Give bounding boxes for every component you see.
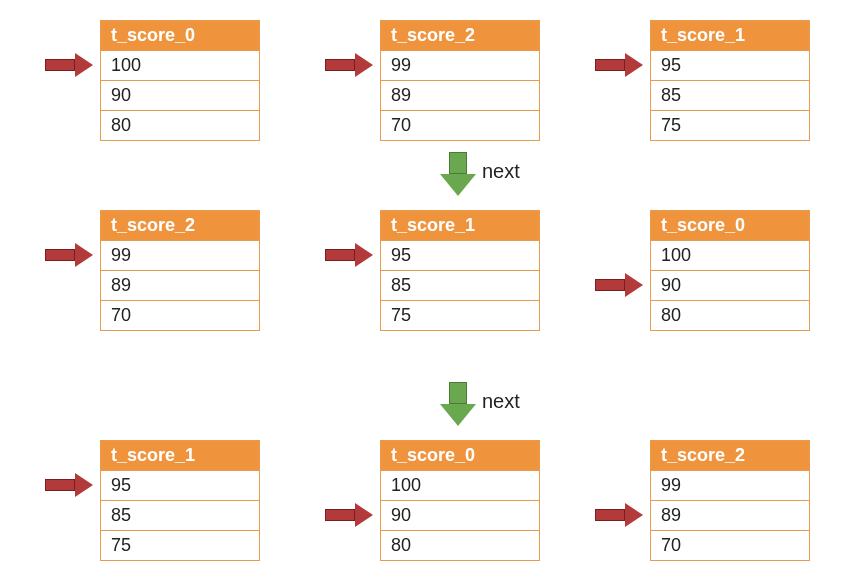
table-cell: 85 — [651, 81, 809, 111]
table-header: t_score_0 — [381, 441, 539, 471]
table-header: t_score_2 — [381, 21, 539, 51]
table-cell: 95 — [651, 51, 809, 81]
table-cell: 100 — [381, 471, 539, 501]
table-cell: 95 — [101, 471, 259, 501]
table-header: t_score_0 — [101, 21, 259, 51]
table-cell: 85 — [101, 501, 259, 531]
table-cell: 70 — [651, 531, 809, 560]
next-label: next — [482, 390, 520, 413]
pointer-arrow-icon — [595, 53, 645, 77]
table-header: t_score_1 — [651, 21, 809, 51]
down-arrow-icon — [440, 152, 476, 196]
table-header: t_score_1 — [101, 441, 259, 471]
next-arrow: next — [440, 152, 476, 196]
pointer-arrow-icon — [595, 273, 645, 297]
table-cell: 75 — [381, 301, 539, 330]
table-cell: 100 — [651, 241, 809, 271]
pointer-arrow-icon — [45, 243, 95, 267]
table-cell: 89 — [651, 501, 809, 531]
pointer-arrow-icon — [45, 473, 95, 497]
score-table: t_score_1 95 85 75 — [100, 440, 260, 561]
score-table: t_score_1 95 85 75 — [380, 210, 540, 331]
table-cell: 70 — [101, 301, 259, 330]
down-arrow-icon — [440, 382, 476, 426]
pointer-arrow-icon — [325, 53, 375, 77]
score-table: t_score_2 99 89 70 — [100, 210, 260, 331]
table-cell: 90 — [651, 271, 809, 301]
table-cell: 80 — [651, 301, 809, 330]
table-cell: 75 — [101, 531, 259, 560]
score-table: t_score_0 100 90 80 — [100, 20, 260, 141]
pointer-arrow-icon — [325, 503, 375, 527]
pointer-arrow-icon — [45, 53, 95, 77]
table-cell: 80 — [381, 531, 539, 560]
next-arrow: next — [440, 382, 476, 426]
table-cell: 70 — [381, 111, 539, 140]
score-table: t_score_0 100 90 80 — [650, 210, 810, 331]
score-table: t_score_0 100 90 80 — [380, 440, 540, 561]
pointer-arrow-icon — [595, 503, 645, 527]
next-label: next — [482, 160, 520, 183]
table-cell: 89 — [101, 271, 259, 301]
table-cell: 99 — [651, 471, 809, 501]
table-cell: 75 — [651, 111, 809, 140]
table-cell: 85 — [381, 271, 539, 301]
table-cell: 90 — [101, 81, 259, 111]
table-cell: 99 — [101, 241, 259, 271]
score-table: t_score_1 95 85 75 — [650, 20, 810, 141]
table-header: t_score_2 — [651, 441, 809, 471]
table-cell: 100 — [101, 51, 259, 81]
score-table: t_score_2 99 89 70 — [380, 20, 540, 141]
table-header: t_score_1 — [381, 211, 539, 241]
table-header: t_score_2 — [101, 211, 259, 241]
table-header: t_score_0 — [651, 211, 809, 241]
table-cell: 90 — [381, 501, 539, 531]
diagram-stage: t_score_0 100 90 80 t_score_2 99 89 70 t… — [10, 10, 833, 573]
table-cell: 89 — [381, 81, 539, 111]
table-cell: 99 — [381, 51, 539, 81]
score-table: t_score_2 99 89 70 — [650, 440, 810, 561]
table-cell: 80 — [101, 111, 259, 140]
pointer-arrow-icon — [325, 243, 375, 267]
table-cell: 95 — [381, 241, 539, 271]
